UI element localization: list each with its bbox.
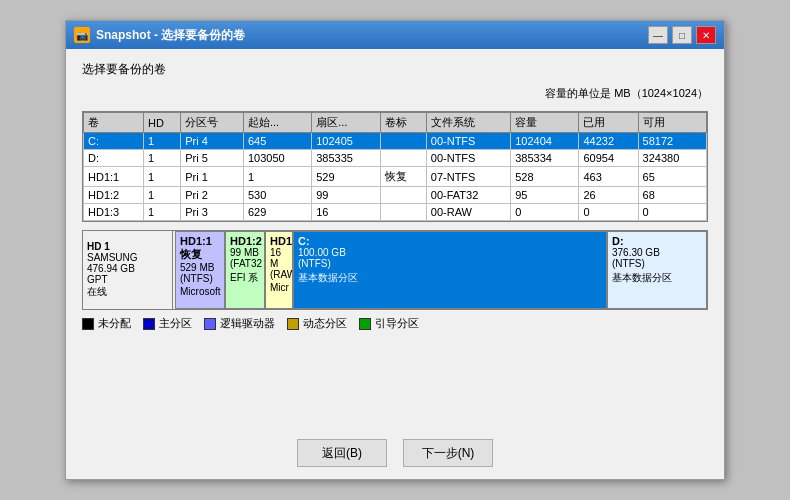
main-window: 📷 Snapshot - 选择要备份的卷 — □ ✕ 选择要备份的卷 容量的单位…	[65, 20, 725, 480]
legend-label-logical: 逻辑驱动器	[220, 316, 275, 331]
legend-box-unallocated	[82, 318, 94, 330]
app-icon: 📷	[74, 27, 90, 43]
col-start: 起始...	[243, 113, 311, 133]
legend-box-dynamic	[287, 318, 299, 330]
disk-info: HD 1 SAMSUNG 476.94 GB GPT 在线	[83, 231, 173, 309]
close-button[interactable]: ✕	[696, 26, 716, 44]
legend-label-boot: 引导分区	[375, 316, 419, 331]
unit-info-label: 容量的单位是 MB（1024×1024）	[82, 86, 708, 101]
col-free: 可用	[638, 113, 706, 133]
legend-label-dynamic: 动态分区	[303, 316, 347, 331]
legend: 未分配 主分区 逻辑驱动器 动态分区 引导分区	[82, 314, 708, 333]
legend-label-primary: 主分区	[159, 316, 192, 331]
table-row[interactable]: D:1Pri 510305038533500-NTFS3853346095432…	[84, 150, 707, 167]
disk-visual: HD 1 SAMSUNG 476.94 GB GPT 在线 HD1:1 恢复 5…	[82, 230, 708, 419]
table-row[interactable]: HD1:31Pri 36291600-RAW000	[84, 204, 707, 221]
titlebar-buttons: — □ ✕	[648, 26, 716, 44]
col-label: 卷标	[380, 113, 426, 133]
window-title: Snapshot - 选择要备份的卷	[96, 27, 642, 44]
legend-logical: 逻辑驱动器	[204, 316, 275, 331]
next-button[interactable]: 下一步(N)	[403, 439, 493, 467]
partition-hd1-1[interactable]: HD1:1 恢复 529 MB (NTFS) Microsoft	[175, 231, 225, 309]
content-area: 选择要备份的卷 容量的单位是 MB（1024×1024） 卷 HD 分区号 起始…	[66, 49, 724, 431]
legend-boot: 引导分区	[359, 316, 419, 331]
legend-label-unallocated: 未分配	[98, 316, 131, 331]
legend-box-boot	[359, 318, 371, 330]
disk-row: HD 1 SAMSUNG 476.94 GB GPT 在线 HD1:1 恢复 5…	[82, 230, 708, 310]
disk-status: 在线	[87, 285, 168, 299]
disk-capacity: 476.94 GB	[87, 263, 168, 274]
volumes-table-container: 卷 HD 分区号 起始... 扇区... 卷标 文件系统 容量 已用 可用 C:…	[82, 111, 708, 222]
col-hd: HD	[144, 113, 181, 133]
page-heading: 选择要备份的卷	[82, 61, 708, 78]
legend-primary: 主分区	[143, 316, 192, 331]
volumes-table: 卷 HD 分区号 起始... 扇区... 卷标 文件系统 容量 已用 可用 C:…	[83, 112, 707, 221]
col-used: 已用	[579, 113, 638, 133]
table-row[interactable]: HD1:21Pri 25309900-FAT32952668	[84, 187, 707, 204]
partition-hd1-3[interactable]: HD1: 16 M (RAW Micr	[265, 231, 293, 309]
legend-dynamic: 动态分区	[287, 316, 347, 331]
maximize-button[interactable]: □	[672, 26, 692, 44]
col-size: 容量	[511, 113, 579, 133]
disk-partitions: HD1:1 恢复 529 MB (NTFS) Microsoft HD1:2 9…	[175, 231, 707, 309]
partition-c-drive[interactable]: C: 100.00 GB (NTFS) 基本数据分区	[293, 231, 607, 309]
disk-type: GPT	[87, 274, 168, 285]
partition-hd1-2[interactable]: HD1:2 99 MB (FAT32 EFI 系	[225, 231, 265, 309]
partition-d-drive[interactable]: D: 376.30 GB (NTFS) 基本数据分区	[607, 231, 707, 309]
table-row[interactable]: HD1:11Pri 11529恢复07-NTFS52846365	[84, 167, 707, 187]
col-fs: 文件系统	[426, 113, 510, 133]
back-button[interactable]: 返回(B)	[297, 439, 387, 467]
col-vol: 卷	[84, 113, 144, 133]
titlebar: 📷 Snapshot - 选择要备份的卷 — □ ✕	[66, 21, 724, 49]
legend-box-logical	[204, 318, 216, 330]
legend-box-primary	[143, 318, 155, 330]
legend-unallocated: 未分配	[82, 316, 131, 331]
footer-buttons: 返回(B) 下一步(N)	[66, 431, 724, 479]
disk-name: HD 1	[87, 241, 168, 252]
col-sector: 扇区...	[312, 113, 380, 133]
table-header-row: 卷 HD 分区号 起始... 扇区... 卷标 文件系统 容量 已用 可用	[84, 113, 707, 133]
disk-model: SAMSUNG	[87, 252, 168, 263]
minimize-button[interactable]: —	[648, 26, 668, 44]
col-part: 分区号	[181, 113, 244, 133]
table-row[interactable]: C:1Pri 464510240500-NTFS1024044423258172	[84, 133, 707, 150]
